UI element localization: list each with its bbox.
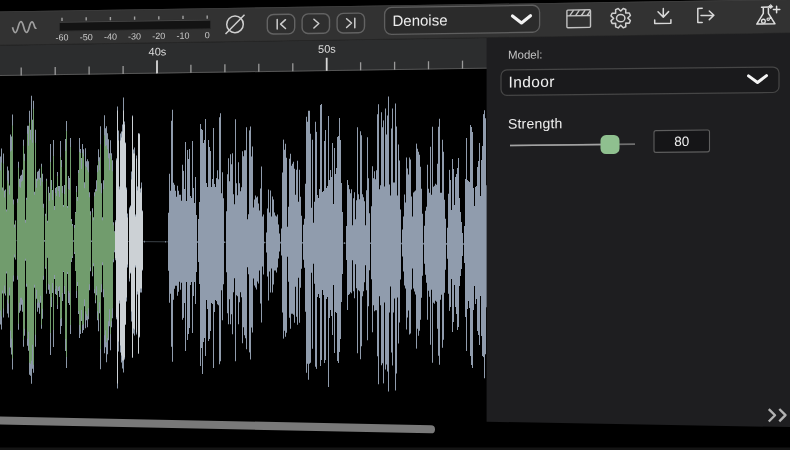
svg-text:-30: -30: [128, 31, 141, 41]
svg-text:-60: -60: [55, 32, 68, 42]
svg-text:Model:: Model:: [508, 49, 543, 61]
svg-text:80: 80: [674, 134, 689, 149]
svg-text:Indoor: Indoor: [509, 73, 555, 90]
svg-text:50s: 50s: [318, 43, 336, 55]
svg-text:-20: -20: [152, 31, 165, 41]
svg-text:40s: 40s: [149, 45, 167, 57]
svg-text:-50: -50: [80, 32, 93, 42]
svg-text:Denoise: Denoise: [393, 11, 448, 29]
svg-text:-40: -40: [104, 32, 117, 42]
svg-text:Strength: Strength: [508, 115, 563, 132]
svg-text:-10: -10: [176, 31, 189, 41]
svg-text:0: 0: [205, 30, 210, 40]
